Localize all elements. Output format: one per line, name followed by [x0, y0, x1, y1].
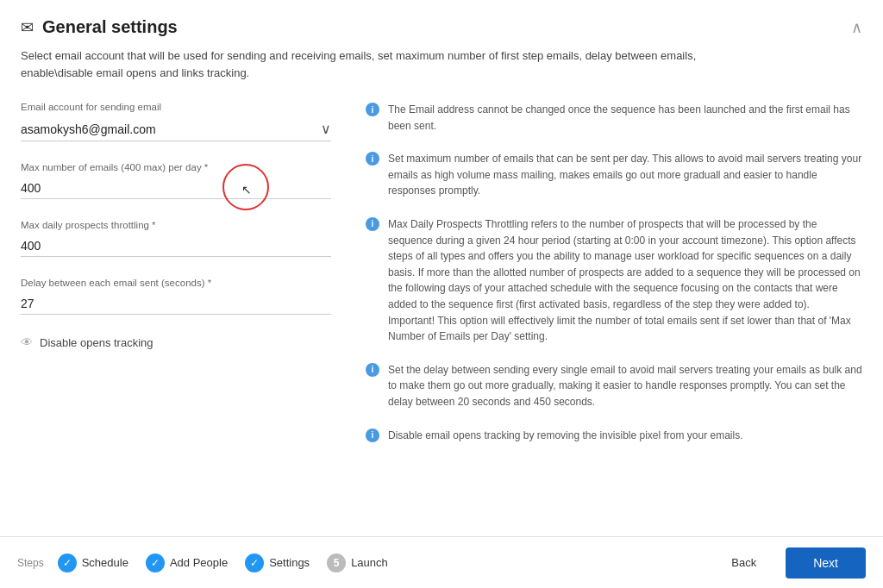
info-icon-4: i: [366, 363, 379, 377]
step-schedule[interactable]: ✓ Schedule: [58, 554, 128, 572]
info-icon-5: i: [366, 428, 379, 442]
max-prospects-field-group: Max daily prospects throttling *: [21, 220, 331, 257]
info-icon-1: i: [366, 103, 379, 116]
info-block-4: i Set the delay between sending every si…: [366, 362, 862, 410]
step-settings[interactable]: ✓ Settings: [245, 554, 310, 572]
max-emails-input[interactable]: [21, 178, 331, 199]
page-description: Select email account that will be used f…: [21, 47, 762, 81]
page-title: General settings: [42, 17, 178, 37]
email-account-value: asamokysh6@gmail.com: [21, 122, 321, 136]
back-button[interactable]: Back: [711, 549, 777, 576]
step-launch[interactable]: 5 Launch: [327, 554, 388, 572]
main-content: ✉ General settings ∧ Select email accoun…: [0, 0, 883, 536]
two-column-layout: Email account for sending email asamokys…: [21, 102, 862, 460]
email-account-label: Email account for sending email: [21, 102, 331, 112]
email-account-field-group: Email account for sending email asamokys…: [21, 102, 331, 141]
next-button[interactable]: Next: [786, 547, 866, 579]
max-prospects-input[interactable]: [21, 235, 331, 257]
max-prospects-label: Max daily prospects throttling *: [21, 220, 331, 230]
step-label-launch: Launch: [351, 556, 388, 569]
max-emails-label: Max number of emails (400 max) per day *: [21, 162, 331, 172]
header-left: ✉ General settings: [21, 17, 178, 37]
info-block-3: i Max Daily Prospects Throttling refers …: [366, 216, 862, 345]
collapse-button[interactable]: ∧: [851, 18, 862, 37]
info-text-3: Max Daily Prospects Throttling refers to…: [388, 216, 862, 345]
step-label-add-people: Add People: [170, 556, 228, 569]
eye-icon: 👁: [21, 335, 33, 349]
header-row: ✉ General settings ∧: [21, 17, 862, 37]
max-emails-field-group: Max number of emails (400 max) per day *: [21, 162, 331, 199]
bottom-nav-bar: Steps ✓ Schedule ✓ Add People ✓ Settings…: [0, 536, 883, 588]
info-block-2: i Set maximum number of emails that can …: [366, 151, 862, 199]
delay-input[interactable]: [21, 293, 331, 315]
step-label-settings: Settings: [269, 556, 310, 569]
dropdown-arrow-icon: ∨: [321, 121, 331, 137]
step-check-add-people: ✓: [146, 554, 165, 572]
email-account-dropdown[interactable]: asamokysh6@gmail.com ∨: [21, 117, 331, 141]
delay-label: Delay between each email sent (seconds) …: [21, 278, 331, 288]
step-num-launch: 5: [327, 554, 346, 572]
disable-opens-row[interactable]: 👁 Disable opens tracking: [21, 335, 331, 349]
info-icon-3: i: [366, 217, 379, 231]
info-column: i The Email address cannot be changed on…: [366, 102, 862, 460]
info-icon-2: i: [366, 152, 379, 166]
steps-label: Steps: [17, 557, 44, 569]
step-check-settings: ✓: [245, 554, 264, 572]
info-block-5: i Disable email opens tracking by removi…: [366, 428, 862, 444]
step-add-people[interactable]: ✓ Add People: [146, 554, 228, 572]
mail-icon: ✉: [21, 18, 34, 37]
info-text-1: The Email address cannot be changed once…: [388, 102, 862, 134]
info-text-4: Set the delay between sending every sing…: [388, 362, 862, 410]
info-text-2: Set maximum number of emails that can be…: [388, 151, 862, 199]
info-text-5: Disable email opens tracking by removing…: [388, 428, 743, 444]
delay-field-group: Delay between each email sent (seconds) …: [21, 278, 331, 315]
form-column: Email account for sending email asamokys…: [21, 102, 331, 460]
info-block-1: i The Email address cannot be changed on…: [366, 102, 862, 134]
step-label-schedule: Schedule: [82, 556, 128, 569]
step-check-schedule: ✓: [58, 554, 77, 572]
disable-opens-label: Disable opens tracking: [40, 336, 153, 349]
